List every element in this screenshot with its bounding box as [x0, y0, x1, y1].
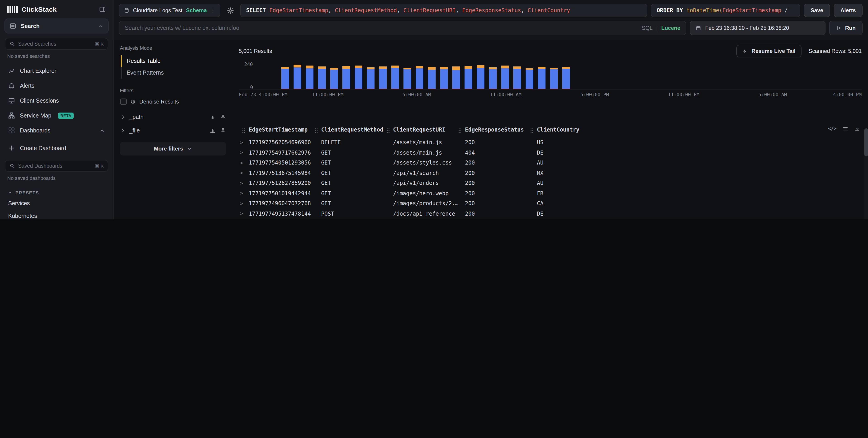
bar-segment-2xx [416, 68, 423, 89]
row-expand-icon[interactable]: > [239, 180, 249, 186]
preset-item-kubernetes[interactable]: Kubernetes [4, 210, 108, 219]
column-header-ClientCountry[interactable]: ClientCountry [537, 127, 862, 133]
data-source-selector[interactable]: Cloudflare Logs Test Schema ⋮ [119, 4, 220, 17]
app-window: ClickStack Search ⌘ K No saved searches … [0, 0, 868, 219]
query-language-toggle[interactable]: SQL | Lucene [642, 25, 680, 31]
alerts-button[interactable]: Alerts [834, 4, 863, 17]
drag-handle-icon[interactable] [243, 128, 243, 129]
topbar: Cloudflare Logs Test Schema ⋮ SELECT Edg… [114, 0, 868, 40]
column-header-ClientRequestMethod[interactable]: ClientRequestMethod [321, 127, 393, 133]
bar-segment-4xx [501, 65, 509, 68]
date-range-picker[interactable]: Feb 23 16:38:20 - Feb 25 16:38:20 [690, 21, 826, 35]
lucene-toggle[interactable]: Lucene [661, 25, 680, 31]
table-row[interactable]: >1771977496047072768GET/images/products/… [239, 198, 862, 209]
table-row[interactable]: >1771977495137478144POST/docs/api-refere… [239, 209, 862, 219]
analysis-mode-results-table[interactable]: Results Table [121, 55, 226, 67]
presets-list: ServicesKubernetes [4, 197, 108, 219]
bar-segment-5xx [379, 89, 387, 89]
row-expand-icon[interactable]: > [239, 201, 249, 207]
drag-handle-icon[interactable] [315, 128, 316, 129]
field-chart-icon[interactable] [210, 114, 215, 120]
histogram-bar [440, 67, 448, 89]
histogram-bar [550, 68, 558, 89]
column-header-EdgeResponseStatus[interactable]: EdgeResponseStatus [465, 127, 537, 133]
denoise-icon [130, 99, 136, 104]
order-by-input[interactable]: ORDER BY toDateTime(EdgeStartTimestamp / [651, 4, 800, 17]
field-chart-icon[interactable] [210, 128, 215, 133]
table-row[interactable]: >1771977501019442944GET/images/hero.webp… [239, 188, 862, 198]
bar-segment-4xx [318, 67, 326, 69]
table-row[interactable]: >1771977540501293056GET/assets/styles.cs… [239, 158, 862, 168]
pin-icon[interactable] [220, 128, 226, 133]
presets-header[interactable]: PRESETS [4, 185, 108, 197]
bar-segment-2xx [293, 67, 301, 89]
select-clause-input[interactable]: SELECT EdgeStartTimestamp, ClientRequest… [240, 4, 647, 17]
vertical-scrollbar[interactable] [864, 128, 868, 219]
scrollbar-thumb[interactable] [864, 128, 868, 157]
filter-field-path[interactable]: _path [120, 110, 226, 124]
row-expand-icon[interactable]: > [239, 160, 249, 166]
table-row[interactable]: >1771977512627859200GET/api/v1/orders200… [239, 178, 862, 188]
sidebar-collapse-icon[interactable] [99, 6, 106, 13]
analysis-mode-event-patterns[interactable]: Event Patterns [121, 67, 226, 79]
bar-segment-4xx [306, 65, 313, 68]
create-dashboard-button[interactable]: Create Dashboard [4, 141, 108, 156]
sidebar-item-client-sessions[interactable]: Client Sessions [4, 93, 108, 108]
table-row[interactable]: >1771977513675145984GET/api/v1/search200… [239, 168, 862, 178]
resume-live-tail-button[interactable]: Resume Live Tail [737, 45, 801, 58]
row-expand-icon[interactable]: > [239, 170, 249, 176]
row-expand-icon[interactable]: > [239, 150, 249, 156]
column-header-ClientRequestURI[interactable]: ClientRequestURI [393, 127, 465, 133]
schema-link[interactable]: Schema [186, 7, 207, 13]
code-view-icon[interactable]: </> [828, 126, 836, 132]
table-row[interactable]: >1771977549717662976GET/assets/main.js40… [239, 147, 862, 158]
sidebar-item-service-map[interactable]: Service Map BETA [4, 108, 108, 123]
event-search-bar[interactable]: SQL | Lucene [119, 21, 686, 35]
row-expand-icon[interactable]: > [239, 211, 249, 217]
saved-dashboards-field[interactable] [18, 163, 92, 169]
saved-searches-field[interactable] [18, 41, 92, 46]
row-density-icon[interactable] [843, 126, 848, 131]
table-cell: 1771977513675145984 [249, 170, 321, 176]
bar-segment-4xx [452, 67, 460, 70]
search-icon [9, 41, 15, 46]
row-expand-icon[interactable]: > [239, 140, 249, 145]
event-search-input[interactable] [125, 25, 638, 31]
order-by-function: toDateTime( [687, 7, 722, 13]
drag-handle-icon[interactable] [459, 128, 460, 129]
sidebar-item-dashboards[interactable]: Dashboards [4, 123, 108, 138]
more-filters-button[interactable]: More filters [120, 142, 226, 156]
preset-item-services[interactable]: Services [4, 197, 108, 210]
sql-toggle[interactable]: SQL [642, 25, 653, 31]
column-header-EdgeStartTimestamp[interactable]: EdgeStartTimestamp [249, 127, 321, 133]
table-cell: POST [321, 211, 393, 217]
sidebar-item-alerts[interactable]: Alerts [4, 78, 108, 93]
table-cell: 1771977501019442944 [249, 190, 321, 197]
monitor-icon [8, 97, 15, 104]
histogram-bar [367, 67, 374, 89]
drag-handle-icon[interactable] [387, 128, 388, 129]
order-by-suffix: / [784, 7, 788, 13]
source-settings-button[interactable] [224, 4, 237, 17]
denoise-checkbox[interactable] [120, 99, 127, 105]
save-button[interactable]: Save [804, 4, 830, 17]
saved-searches-input[interactable]: ⌘ K [5, 38, 108, 50]
filter-field-file[interactable]: _file [120, 124, 226, 137]
order-by-keyword: ORDER BY [657, 7, 683, 13]
denoise-results-option[interactable]: Denoise Results [120, 98, 226, 110]
bar-segment-2xx [306, 68, 313, 89]
sidebar-item-search[interactable]: Search [4, 19, 108, 33]
dots-vertical-icon[interactable]: ⋮ [210, 7, 215, 13]
drag-handle-icon[interactable] [531, 128, 531, 129]
saved-dashboards-input[interactable]: ⌘ K [5, 160, 108, 172]
bar-segment-4xx [403, 68, 411, 69]
x-axis-label: 11:00:00 AM [490, 92, 522, 97]
table-cell: 1771977540501293056 [249, 160, 321, 166]
table-row[interactable]: >1771977562054696960DELETE/assets/main.j… [239, 137, 862, 147]
pin-icon[interactable] [220, 114, 226, 120]
download-icon[interactable] [855, 126, 860, 131]
gear-icon [227, 7, 234, 14]
run-button[interactable]: Run [829, 21, 863, 35]
sidebar-item-chart-explorer[interactable]: Chart Explorer [4, 63, 108, 78]
row-expand-icon[interactable]: > [239, 191, 249, 196]
